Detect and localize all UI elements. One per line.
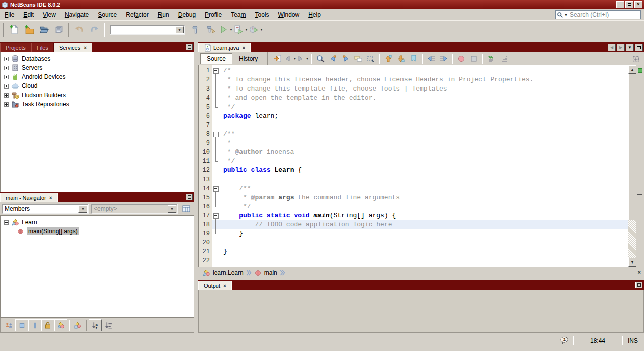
tab-services[interactable]: Services× (54, 43, 92, 52)
minimize-panel-button[interactable] (635, 282, 642, 288)
scroll-up-arrow-icon[interactable]: ▲ (628, 65, 636, 74)
scroll-down-arrow-icon[interactable]: ▼ (628, 258, 636, 267)
menu-file[interactable]: File (0, 10, 19, 20)
combo-arrow-icon[interactable]: ▼ (78, 205, 87, 213)
menu-refactor[interactable]: Refactor (121, 10, 153, 20)
minimize-panel-button[interactable] (186, 194, 193, 200)
menu-help[interactable]: Help (304, 10, 326, 20)
tab-navigator[interactable]: main - Navigator× (0, 193, 58, 202)
navigator-combo-0[interactable]: Members▼ (2, 204, 89, 214)
close-tab-icon[interactable]: × (84, 45, 87, 51)
code-line-13[interactable] (212, 175, 628, 184)
highlight-matches-button[interactable] (352, 53, 364, 64)
code-line-18[interactable]: // TODO code application logic here (212, 220, 628, 229)
search-dropdown-icon[interactable]: ▼ (564, 13, 568, 17)
comment-button[interactable] (485, 53, 498, 64)
restore-button[interactable] (625, 1, 633, 8)
vertical-splitter[interactable] (194, 38, 198, 333)
fold-collapse-icon[interactable] (212, 130, 220, 139)
close-button[interactable]: × (634, 1, 642, 8)
shift-right-button[interactable] (437, 53, 450, 64)
last-edit-button[interactable] (271, 53, 284, 64)
code-line-8[interactable]: /** (212, 130, 628, 139)
debug-button[interactable]: ▼ (233, 22, 249, 37)
rect-select-button[interactable] (364, 53, 377, 64)
expand-icon[interactable] (4, 75, 9, 79)
code-line-2[interactable]: * To change this license header, choose … (212, 75, 628, 84)
tree-item-task-repositories[interactable]: Task Repositories (1, 100, 194, 109)
filter-field-button[interactable] (15, 319, 28, 331)
scroll-tabs-left-icon[interactable]: ◀ (608, 44, 616, 51)
expand-icon[interactable] (4, 84, 9, 89)
code-line-19[interactable]: } (212, 229, 628, 238)
vertical-scrollbar[interactable]: ▲ ▼ (628, 65, 636, 267)
code-line-21[interactable]: } (212, 247, 628, 256)
menu-run[interactable]: Run (153, 10, 174, 20)
filter-inner-button[interactable] (71, 319, 85, 331)
config-combo[interactable]: ▼ (110, 25, 185, 35)
split-window-button[interactable] (629, 54, 642, 65)
menu-view[interactable]: View (38, 10, 60, 20)
dropdown-arrow-icon[interactable]: ▼ (229, 28, 233, 31)
code-line-7[interactable] (212, 121, 628, 130)
close-tab-icon[interactable]: × (49, 195, 52, 201)
save-all-button[interactable] (51, 22, 66, 37)
menu-profile[interactable]: Profile (200, 10, 226, 20)
no-errors-indicator[interactable] (638, 68, 642, 73)
build-button[interactable] (188, 22, 203, 37)
dropdown-arrow-icon[interactable]: ▼ (245, 28, 248, 31)
code-line-15[interactable]: * @param args the command line arguments (212, 193, 628, 202)
code-line-17[interactable]: public static void main(String[] args) { (212, 211, 628, 220)
code-editor[interactable]: 12345678910111213141516171819202122 /* *… (198, 65, 644, 267)
close-breadcrumb-icon[interactable]: × (638, 269, 641, 275)
scrollbar-track[interactable] (628, 220, 636, 258)
combo-arrow-icon[interactable]: ▼ (168, 205, 176, 213)
collapse-icon[interactable] (4, 220, 9, 225)
tab-output[interactable]: Output× (198, 281, 232, 290)
tree-item-android-devices[interactable]: Android Devices (1, 72, 194, 81)
caret-stripe-mark[interactable] (637, 194, 642, 195)
navigator-columns-button[interactable] (180, 203, 193, 214)
code-line-3[interactable]: * To change this template file, choose T… (212, 84, 628, 94)
tree-item-databases[interactable]: Databases (1, 54, 194, 63)
combo-arrow-icon[interactable]: ▼ (175, 26, 184, 33)
find-next-button[interactable] (339, 53, 352, 64)
find-prev-button[interactable] (327, 53, 339, 64)
record-macro-button[interactable] (455, 53, 467, 64)
code-line-14[interactable]: /** (212, 184, 628, 193)
fold-collapse-icon[interactable] (212, 66, 220, 75)
menu-tools[interactable]: Tools (250, 10, 273, 20)
code-line-11[interactable]: */ (212, 157, 628, 166)
code-line-12[interactable]: public class Learn { (212, 166, 628, 175)
stop-macro-button[interactable] (467, 53, 480, 64)
close-tab-icon[interactable]: × (242, 45, 245, 51)
code-area[interactable]: /* * To change this license header, choo… (212, 65, 628, 267)
code-line-22[interactable] (212, 256, 628, 266)
scrollbar-thumb[interactable] (628, 74, 636, 220)
open-project-button[interactable] (36, 22, 51, 37)
search-input[interactable]: ▼ Search (Ctrl+I) (555, 10, 641, 19)
minimize-button[interactable]: _ (616, 1, 624, 8)
menu-source[interactable]: Source (93, 10, 121, 20)
menu-debug[interactable]: Debug (174, 10, 200, 20)
code-line-4[interactable]: * and open the template in the editor. (212, 94, 628, 103)
tree-item-hudson-builders[interactable]: Hudson Builders (1, 91, 194, 100)
scroll-tabs-right-icon[interactable]: ▶ (617, 44, 625, 51)
filter-inherited-button[interactable] (2, 319, 15, 331)
view-history-button[interactable]: History (232, 53, 264, 64)
filter-bar-button[interactable] (28, 319, 41, 331)
expand-icon[interactable] (4, 93, 9, 98)
expand-icon[interactable] (4, 102, 9, 107)
nav-back-button[interactable]: ▼ (284, 53, 296, 64)
filter-sort-alpha-button[interactable]: az (89, 319, 102, 331)
run-button[interactable]: ▼ (218, 22, 233, 37)
tree-item-servers[interactable]: Servers (1, 63, 194, 72)
profile-button[interactable]: ▼ (249, 22, 264, 37)
code-line-6[interactable]: package learn; (212, 112, 628, 121)
tab-list-dropdown-icon[interactable]: ▼ (626, 44, 634, 51)
menu-window[interactable]: Window (274, 10, 304, 20)
code-line-1[interactable]: /* (212, 66, 628, 75)
maximize-window-icon[interactable] (635, 44, 643, 51)
fold-collapse-icon[interactable] (212, 211, 220, 220)
code-line-20[interactable] (212, 238, 628, 247)
